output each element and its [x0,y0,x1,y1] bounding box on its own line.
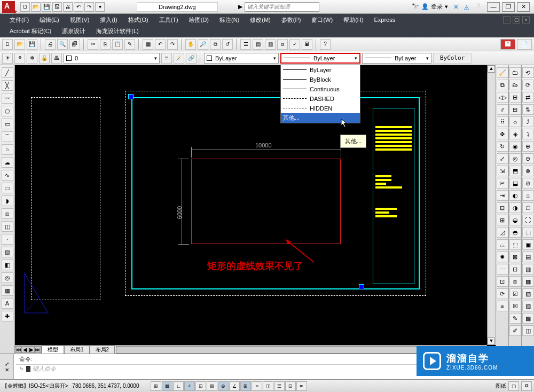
status-ducs-icon[interactable]: ∠ [229,381,240,391]
linetype-option[interactable]: HIDDEN [281,104,360,113]
dimension-text[interactable]: 10000 [255,142,272,148]
tab-prev-icon[interactable]: ◀ [22,347,28,352]
tb-cut-icon[interactable]: ✂ [88,39,98,50]
tool-mirror-icon[interactable]: ◁▷ [497,92,508,103]
binoculars-icon[interactable]: 🔭 [412,3,419,10]
tool-spline-icon[interactable]: ∿ [2,170,13,181]
linetype-option[interactable]: DASHED [281,94,360,104]
tool-xline-icon[interactable]: ╳ [2,80,13,91]
menu-help[interactable]: 帮助(H) [338,16,368,24]
tool-table-icon[interactable]: ▦ [2,285,13,296]
tool-ext1-icon[interactable]: 🗀 [509,67,521,78]
tb-toolpalette-icon[interactable]: ▥ [265,39,276,50]
app-logo-icon[interactable] [2,1,15,13]
tool-polyline-icon[interactable]: 〰 [2,93,13,104]
login-dropdown-icon[interactable]: ▾ [445,3,448,10]
status-paper-label[interactable]: 图纸 [496,382,506,390]
tab-next-icon[interactable]: ▶ [28,347,35,352]
tb-open-icon[interactable]: 📂 [14,39,25,50]
qat-new-icon[interactable]: 🗋 [20,2,30,12]
tool-ext16-icon[interactable]: ⊠ [509,252,521,262]
layer-color-icon[interactable]: 🖶 [51,53,62,64]
tool-extb18-icon[interactable]: ▦ [522,276,534,287]
tool-ext13-icon[interactable]: ◒ [509,215,521,225]
status-modelspace-icon[interactable]: ▢ [508,381,519,391]
tool-rotate-icon[interactable]: ↻ [497,141,508,152]
menu-edit[interactable]: 编辑(E) [34,16,65,24]
tool-extb3-icon[interactable]: ⇄ [522,92,534,103]
menu-parametric[interactable]: 参数(P) [276,16,307,24]
grip-handle[interactable] [128,94,134,99]
status-lwt-icon[interactable]: ≡ [252,381,262,391]
tool-mtext-icon[interactable]: A [2,298,13,309]
tool-revcloud-icon[interactable]: ☁ [2,157,13,168]
drawing-rectangle[interactable] [191,159,341,244]
layer-lock-icon[interactable]: 🔓 [39,53,50,64]
menu-express[interactable]: Express [368,17,400,23]
tool-extb1-icon[interactable]: ⟲ [522,67,534,78]
window-minimize-button[interactable]: — [487,2,500,12]
tool-ellipse-icon[interactable]: ⬭ [2,183,13,193]
tab-model[interactable]: 模型 [42,346,64,354]
tool-ext22-icon[interactable]: ✐ [509,325,521,336]
layer-combo[interactable]: 0 ▾ [64,53,160,64]
login-area[interactable]: 🔭 👤 登录 ▾ [412,3,448,11]
tool-extb13-icon[interactable]: ⛶ [522,215,534,225]
tb-zoom-prev-icon[interactable]: ↺ [222,39,233,50]
tab-layout1[interactable]: 布局1 [64,346,90,354]
tool-extb17-icon[interactable]: ▥ [522,264,534,275]
tool-ext12-icon[interactable]: ◑ [509,202,521,213]
tab-first-icon[interactable]: ⏮ [15,347,22,352]
tb-matchprop-icon[interactable]: ✎ [124,39,135,50]
status-polar-icon[interactable]: ✧ [184,381,195,391]
linetype-option[interactable]: Continuous [281,84,360,94]
tb-paste-icon[interactable]: 📋 [112,39,123,50]
layer-manager-icon[interactable]: ☀ [2,53,13,64]
mdi-close-button[interactable]: × [522,16,530,23]
window-maximize-button[interactable]: ❐ [502,2,515,12]
status-ortho-icon[interactable]: ∟ [173,381,184,391]
status-snap-icon[interactable]: ⊞ [151,381,161,391]
qat-dropdown-icon[interactable]: ▾ [95,2,105,12]
tool-array-icon[interactable]: ⠿ [497,116,508,127]
menu-yuanquan[interactable]: 源泉设计 [57,27,91,35]
autodesk-app-icon[interactable]: ◬ [464,3,469,11]
linetype-option[interactable]: ByBlock [281,75,360,84]
color-combo[interactable]: ByLayer ▾ [204,53,279,64]
tool-extend-icon[interactable]: ⇥ [497,190,508,201]
tool-arc-icon[interactable]: ⌒ [2,131,13,142]
tool-stretch-icon[interactable]: ⇲ [497,166,508,176]
layer-match-icon[interactable]: ≡ [161,53,172,64]
tb-markup-icon[interactable]: ✓ [289,39,300,50]
tool-trim-icon[interactable]: ✂ [497,178,508,189]
tb-zoom-window-icon[interactable]: ⧉ [210,39,221,50]
tb-designcenter-icon[interactable]: ▤ [253,39,263,50]
status-qp-icon[interactable]: ☰ [274,381,285,391]
tb-pdf-icon[interactable]: 🅿 [500,39,515,50]
tool-ext3-icon[interactable]: ⊞ [509,92,521,103]
tb-print-icon[interactable]: 🖨 [45,39,56,50]
layer-freeze-icon[interactable]: ❄ [27,53,37,64]
tool-addselected-icon[interactable]: ✚ [2,311,13,322]
qat-undo-icon[interactable]: ↶ [74,2,83,12]
tool-div-icon[interactable]: ⋯ [497,264,508,275]
layer-states-icon[interactable]: ⚘ [14,53,25,64]
tool-extb16-icon[interactable]: ▤ [522,252,534,262]
vertical-scrollbar[interactable]: ▲ ▼ [487,65,496,345]
tool-pe-icon[interactable]: ⟳ [497,288,508,299]
search-input[interactable] [245,2,319,12]
tool-ext15-icon[interactable]: ⬚ [509,239,521,250]
tb-pan-icon[interactable]: ✋ [185,39,196,50]
tool-ext9-icon[interactable]: ⬒ [509,166,521,176]
tool-ext18-icon[interactable]: ⧈ [509,276,521,287]
menu-modify[interactable]: 修改(M) [245,16,276,24]
menu-format[interactable]: 格式(O) [123,16,154,24]
tool-scale-icon[interactable]: ⤢ [497,153,508,164]
scroll-down-icon[interactable]: ▼ [488,338,495,345]
tool-extb22-icon[interactable]: ◫ [522,325,534,336]
tool-chamfer-icon[interactable]: ◿ [497,227,508,238]
tool-ext8-icon[interactable]: ◎ [509,153,521,164]
tool-ext11-icon[interactable]: ◐ [509,190,521,201]
tool-extb15-icon[interactable]: ▣ [522,239,534,250]
mdi-minimize-button[interactable]: – [503,16,511,23]
